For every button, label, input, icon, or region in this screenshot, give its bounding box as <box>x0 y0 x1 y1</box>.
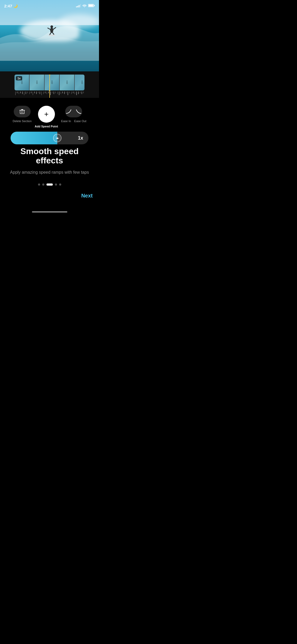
svg-point-14 <box>51 82 53 84</box>
svg-point-17 <box>66 80 68 82</box>
svg-line-8 <box>52 32 54 34</box>
film-frame-3 <box>45 75 59 90</box>
plus-icon: + <box>44 111 48 118</box>
svg-rect-20 <box>20 110 24 114</box>
svg-point-18 <box>81 82 83 84</box>
speed-fill <box>11 132 57 144</box>
timeline-area[interactable]: 1x <box>0 71 99 98</box>
film-frame-4 <box>60 75 74 90</box>
film-frame-5 <box>75 75 84 90</box>
headline: Smooth speed effects <box>8 147 91 165</box>
speed-handle[interactable]: ◂▸ <box>53 134 62 142</box>
delete-section-button[interactable] <box>14 106 31 117</box>
ease-button[interactable] <box>65 106 82 117</box>
svg-point-12 <box>36 82 38 84</box>
wifi-icon <box>82 4 87 8</box>
ease-in-label: Ease In <box>61 119 71 123</box>
moon-icon: 🌙 <box>13 4 18 8</box>
ease-in-icon <box>66 109 73 114</box>
next-button[interactable]: Next <box>81 193 93 199</box>
playhead[interactable] <box>49 75 50 90</box>
dot-2[interactable] <box>42 183 44 186</box>
ease-labels: Ease In Ease Out <box>61 119 86 123</box>
tick-marks <box>0 90 99 98</box>
dot-3-active[interactable] <box>46 183 53 186</box>
filmstrip-container[interactable]: 1x <box>0 75 99 90</box>
add-speed-point-control[interactable]: + Add Speed Point <box>35 106 58 128</box>
time-display: 2:47 <box>4 4 12 8</box>
svg-point-15 <box>51 80 53 82</box>
main-content: Smooth speed effects Apply amazing speed… <box>0 147 99 176</box>
speed-value: 1x <box>78 135 83 141</box>
speed-slider[interactable]: ◂▸ 1x <box>11 132 88 144</box>
svg-line-7 <box>50 32 51 35</box>
svg-rect-1 <box>94 5 95 6</box>
dot-1[interactable] <box>38 183 40 186</box>
ease-control[interactable]: Ease In Ease Out <box>61 106 86 123</box>
surfer-silhouette <box>46 23 57 36</box>
add-speed-point-button[interactable]: + <box>38 106 55 123</box>
trash-icon <box>19 109 25 114</box>
svg-point-3 <box>50 27 53 33</box>
status-right-icons <box>76 4 95 8</box>
controls-row: Delete Section + Add Speed Point Ease In… <box>0 103 99 131</box>
home-indicator <box>32 211 67 213</box>
status-bar: 2:47 🌙 <box>0 0 99 12</box>
svg-point-9 <box>48 35 55 36</box>
dot-4[interactable] <box>55 183 57 186</box>
delete-section-label: Delete Section <box>13 119 32 123</box>
ease-out-icon <box>74 109 82 114</box>
status-time: 2:47 🌙 <box>4 4 18 8</box>
svg-rect-2 <box>89 5 93 7</box>
page-indicators <box>0 183 99 186</box>
svg-point-11 <box>21 80 22 82</box>
playhead-tick <box>49 90 50 98</box>
dot-5[interactable] <box>59 183 61 186</box>
svg-point-4 <box>50 25 53 28</box>
battery-icon <box>88 4 95 8</box>
svg-point-19 <box>81 80 83 82</box>
speed-arrows-icon: ◂▸ <box>56 136 59 140</box>
signal-icon <box>76 4 81 7</box>
svg-point-10 <box>21 82 23 84</box>
svg-point-16 <box>66 82 68 84</box>
svg-line-6 <box>53 27 56 29</box>
ease-out-label: Ease Out <box>74 119 86 123</box>
svg-point-13 <box>36 80 37 82</box>
film-frame-2 <box>30 75 44 90</box>
delete-section-control[interactable]: Delete Section <box>13 106 32 123</box>
subtitle: Apply amazing speed ramps with few taps <box>8 169 91 175</box>
speed-badge: 1x <box>16 76 22 80</box>
svg-line-5 <box>48 28 50 29</box>
add-speed-point-label: Add Speed Point <box>35 125 58 128</box>
